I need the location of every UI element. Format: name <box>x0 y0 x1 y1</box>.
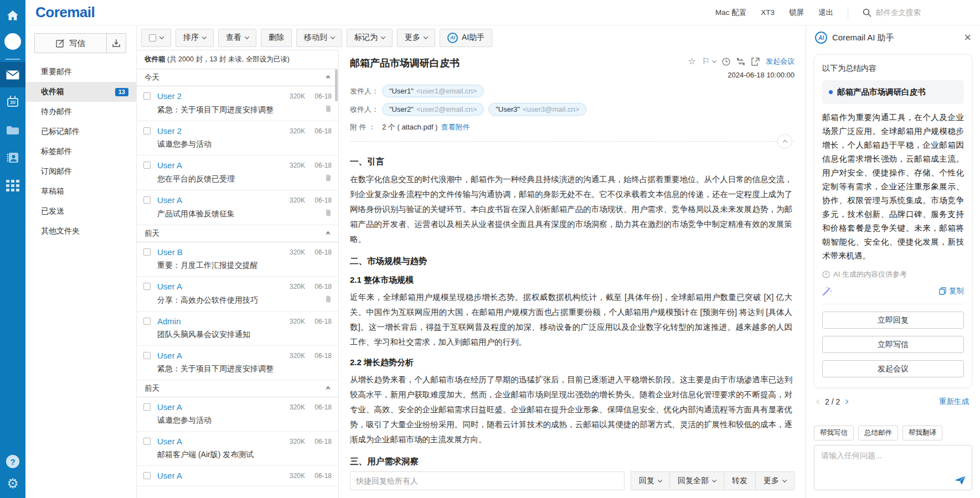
folder-module-icon[interactable] <box>0 117 25 143</box>
sidebar-item-2[interactable]: 待办邮件 <box>25 102 136 122</box>
email-group-header[interactable]: 前天 <box>137 380 338 397</box>
from-row: 发件人： "User1"<user1@email.cn> <box>350 85 795 97</box>
topbar-menu-item-0[interactable]: Mac 配置 <box>715 8 746 18</box>
regenerate-link[interactable]: 重新生成 <box>939 397 969 407</box>
home-icon[interactable] <box>0 6 25 25</box>
email-checkbox[interactable] <box>143 472 151 479</box>
chip-summarize-mail[interactable]: 总结邮件 <box>858 426 898 440</box>
ai-compose-now-button[interactable]: 立即写信 <box>822 336 964 353</box>
sidebar-item-5[interactable]: 订阅邮件 <box>25 162 136 181</box>
apps-grid-icon[interactable] <box>0 173 25 198</box>
sort-button[interactable]: 排序 <box>176 29 214 47</box>
email-checkbox[interactable] <box>143 92 151 100</box>
email-list-item[interactable]: User A320K06-18产品试用体验反馈征集 <box>137 190 338 225</box>
topbar-divider <box>848 7 848 19</box>
help-icon[interactable]: ? <box>6 455 19 468</box>
ai-start-meeting-button[interactable]: 发起会议 <box>822 360 964 377</box>
email-list-item[interactable]: User A320K06-18 <box>137 466 338 486</box>
chip-help-translate[interactable]: 帮我翻译 <box>902 426 942 440</box>
email-list-item[interactable]: User A320K06-18分享：高效办公软件使用技巧 <box>137 277 338 312</box>
mail-trace-icon[interactable] <box>736 58 745 66</box>
email-list-item[interactable]: User A320K06-18邮箱客户端 (Air版) 发布测试 <box>137 432 338 466</box>
view-button[interactable]: 查看 <box>218 29 256 47</box>
ai-assistant-button[interactable]: AIAI助手 <box>440 29 492 47</box>
email-list-item[interactable]: User A320K06-18您在平台的反馈已受理 <box>137 155 338 190</box>
move-to-button[interactable]: 移动到 <box>296 29 342 47</box>
email-checkbox[interactable] <box>143 283 151 290</box>
email-list-item[interactable]: User B320K06-18重要：月度工作汇报提交提醒 <box>137 242 338 277</box>
calendar-module-icon[interactable]: 30 <box>0 90 25 115</box>
select-dropdown[interactable] <box>141 29 171 47</box>
address-pill[interactable]: "User2"<user2@email.cn> <box>382 103 484 116</box>
collapse-header-button[interactable] <box>777 134 792 149</box>
receive-mail-button[interactable] <box>106 33 126 53</box>
sidebar-item-4[interactable]: 标签邮件 <box>25 142 136 162</box>
email-checkbox[interactable] <box>143 127 151 134</box>
magic-wand-icon[interactable] <box>822 286 832 296</box>
email-list-item[interactable]: Admin320K06-18团队头脑风暴会议安排通知 <box>137 312 338 346</box>
content: 写信 重要邮件收件箱13待办邮件已标记邮件标签邮件订阅邮件草稿箱已发送其他文件夹… <box>25 25 980 498</box>
sidebar-item-label: 其他文件夹 <box>41 226 80 236</box>
sidebar-item-label: 草稿箱 <box>41 186 64 196</box>
reply-more-button[interactable]: 更多 <box>755 471 795 490</box>
email-checkbox[interactable] <box>143 438 151 445</box>
contacts-module-icon[interactable] <box>0 145 25 170</box>
address-pill[interactable]: "User3"<user3@mail.cn> <box>488 103 586 116</box>
topbar-menu-item-3[interactable]: 退出 <box>818 8 833 18</box>
body-sub-heading: 2.2 增长趋势分析 <box>350 357 792 368</box>
quick-reply-input[interactable] <box>350 471 625 490</box>
copy-button[interactable]: 复制 <box>939 286 964 296</box>
email-checkbox[interactable] <box>143 352 151 359</box>
send-icon[interactable] <box>954 475 966 485</box>
settings-gear-icon[interactable]: ⚙ <box>7 477 19 490</box>
email-group-header[interactable]: 前天 <box>137 225 338 242</box>
sidebar-item-3[interactable]: 已标记邮件 <box>25 122 136 142</box>
topbar-menu-item-2[interactable]: 锁屏 <box>789 8 804 18</box>
compose-button[interactable]: 写信 <box>34 33 106 53</box>
sidebar-item-6[interactable]: 草稿箱 <box>25 181 136 201</box>
sidebar-item-7[interactable]: 已发送 <box>25 201 136 221</box>
select-all-checkbox[interactable] <box>149 34 156 42</box>
sidebar-item-8[interactable]: 其他文件夹 <box>25 221 136 241</box>
email-list-item[interactable]: User 2320K06-18紧急：关于项目下周进度安排调整 <box>137 86 338 121</box>
topbar-menu-item-1[interactable]: XT3 <box>761 8 775 17</box>
sidebar-item-1[interactable]: 收件箱13 <box>25 82 136 102</box>
close-icon[interactable]: × <box>964 32 971 44</box>
email-checkbox[interactable] <box>143 248 151 256</box>
toolbar-button-label: 移动到 <box>304 33 327 43</box>
pager-prev-icon[interactable] <box>817 400 821 404</box>
more-button[interactable]: 更多 <box>397 29 435 47</box>
reply-button[interactable]: 回复 <box>631 471 670 490</box>
view-attachment-link[interactable]: 查看附件 <box>441 122 470 132</box>
start-meeting-link[interactable]: 发起会议 <box>766 56 795 66</box>
reply-all-button[interactable]: 回复全部 <box>669 471 724 490</box>
mark-as-button[interactable]: 标记为 <box>347 29 393 47</box>
email-list-item[interactable]: User A320K06-18诚邀您参与活动 <box>137 397 338 432</box>
address-pill[interactable]: "User1"<user1@email.cn> <box>382 85 484 97</box>
search-input[interactable] <box>876 8 959 17</box>
email-checkbox[interactable] <box>143 318 151 325</box>
flag-icon[interactable]: ⚐ <box>702 57 716 66</box>
toolbar-button-label: 删除 <box>269 33 284 43</box>
email-list-item[interactable]: User A320K06-18紧急：关于项目下周进度安排调整 <box>137 346 338 380</box>
user-avatar[interactable] <box>4 33 21 50</box>
email-checkbox[interactable] <box>143 403 151 411</box>
email-checkbox[interactable] <box>143 162 151 169</box>
ai-question-input[interactable] <box>814 445 972 490</box>
chip-help-write[interactable]: 帮我写信 <box>814 426 854 440</box>
sidebar-item-0[interactable]: 重要邮件 <box>25 62 136 82</box>
email-list-item[interactable]: User 2320K06-18诚邀您参与活动 <box>137 121 338 155</box>
mail-module-icon[interactable] <box>0 62 25 87</box>
schedule-clock-icon[interactable] <box>722 58 730 66</box>
delete-button[interactable]: 删除 <box>261 29 292 47</box>
ai-reply-now-button[interactable]: 立即回复 <box>822 312 964 329</box>
open-new-window-icon[interactable] <box>751 58 760 66</box>
sidebar-item-label: 待办邮件 <box>41 107 72 117</box>
list-scrollbar[interactable] <box>335 69 338 101</box>
star-icon[interactable]: ☆ <box>688 57 695 66</box>
sidebar-item-label: 已发送 <box>41 206 64 216</box>
email-checkbox[interactable] <box>143 196 151 204</box>
pager-next-icon[interactable] <box>844 400 848 404</box>
email-group-header[interactable]: 今天 <box>137 69 338 86</box>
forward-button[interactable]: 转发 <box>724 471 756 490</box>
